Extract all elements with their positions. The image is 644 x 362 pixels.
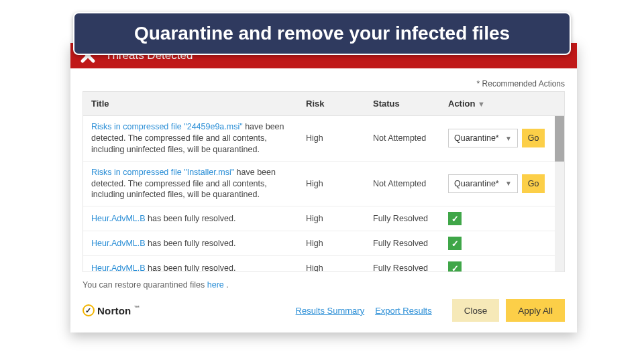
risk-cell: High (306, 179, 373, 188)
threat-title-cell: Risks in compressed file "24459e9a.msi" … (91, 121, 306, 156)
results-summary-link[interactable]: Results Summary (296, 306, 365, 316)
threat-description: has been fully resolved. (146, 214, 236, 223)
dialog-body: * Recommended Actions Title Risk Status … (70, 68, 577, 333)
col-header-title[interactable]: Title (91, 99, 306, 109)
table-row: Risks in compressed file "Installer.msi"… (83, 162, 564, 207)
status-cell: Fully Resolved (373, 214, 448, 223)
status-cell: Not Attempted (373, 179, 448, 188)
risk-cell: High (306, 214, 373, 223)
footer-links: Results Summary Export Results (296, 306, 432, 316)
restore-here-link[interactable]: here (207, 280, 224, 290)
table-row: Heur.AdvML.B has been fully resolved.Hig… (83, 231, 564, 256)
threat-link[interactable]: Heur.AdvML.B (91, 263, 146, 272)
resolved-check-icon: ✓ (448, 212, 462, 225)
status-cell: Not Attempted (373, 133, 448, 143)
table-row: Heur.AdvML.B has been fully resolved.Hig… (83, 206, 564, 231)
go-button[interactable]: Go (522, 174, 545, 193)
col-header-risk[interactable]: Risk (306, 99, 373, 109)
threat-link[interactable]: Heur.AdvML.B (91, 239, 146, 248)
threat-description: has been fully resolved. (146, 239, 236, 248)
table-row: Heur.AdvML.B has been fully resolved.Hig… (83, 256, 564, 272)
threat-description: has been fully resolved. (146, 263, 236, 272)
action-select[interactable]: Quarantine*▼ (448, 174, 518, 193)
col-header-action[interactable]: Action ▼ (448, 99, 556, 109)
action-cell: ✓ (448, 261, 556, 272)
go-button[interactable]: Go (522, 129, 545, 147)
chevron-down-icon: ▼ (505, 135, 512, 142)
threat-title-cell: Heur.AdvML.B has been fully resolved. (91, 213, 306, 225)
threats-dialog: Threats Detected * Recommended Actions T… (70, 43, 577, 333)
table-body: Risks in compressed file "24459e9a.msi" … (83, 116, 564, 272)
recommended-note: * Recommended Actions (83, 79, 565, 88)
scrollbar-thumb[interactable] (555, 116, 564, 162)
threat-link[interactable]: Risks in compressed file "Installer.msi" (91, 168, 234, 177)
norton-logo: ✓ Norton ™ (83, 304, 140, 316)
threat-title-cell: Heur.AdvML.B has been fully resolved. (91, 238, 306, 249)
risk-cell: High (306, 263, 373, 272)
action-cell: ✓ (448, 237, 556, 250)
action-cell: Quarantine*▼Go (448, 129, 556, 147)
chevron-down-icon: ▼ (505, 180, 512, 187)
brand-name: Norton (97, 305, 131, 316)
apply-all-button[interactable]: Apply All (506, 299, 565, 322)
table-row: Risks in compressed file "24459e9a.msi" … (83, 116, 564, 162)
chevron-down-icon[interactable]: ▼ (478, 100, 485, 108)
threat-link[interactable]: Risks in compressed file "24459e9a.msi" (91, 122, 243, 131)
norton-check-icon: ✓ (83, 304, 95, 316)
threat-link[interactable]: Heur.AdvML.B (91, 214, 146, 223)
resolved-check-icon: ✓ (448, 237, 462, 250)
risk-cell: High (306, 239, 373, 248)
status-cell: Fully Resolved (373, 239, 448, 248)
risk-cell: High (306, 133, 373, 143)
action-cell: Quarantine*▼Go (448, 174, 556, 193)
trademark-icon: ™ (133, 304, 140, 311)
col-header-status[interactable]: Status (373, 99, 448, 109)
action-select[interactable]: Quarantine*▼ (448, 129, 518, 147)
status-cell: Fully Resolved (373, 263, 448, 272)
dialog-footer: ✓ Norton ™ Results Summary Export Result… (83, 296, 565, 322)
table-header: Title Risk Status Action ▼ (83, 92, 564, 116)
instruction-text: Quarantine and remove your infected file… (134, 23, 510, 44)
threat-title-cell: Risks in compressed file "Installer.msi"… (91, 167, 306, 201)
export-results-link[interactable]: Export Results (375, 306, 432, 316)
close-button[interactable]: Close (452, 299, 500, 322)
threat-title-cell: Heur.AdvML.B has been fully resolved. (91, 263, 306, 272)
instruction-banner: Quarantine and remove your infected file… (73, 12, 571, 55)
threats-table: Title Risk Status Action ▼ Risks in comp… (83, 91, 565, 272)
restore-hint: You can restore quarantined files here . (83, 280, 565, 290)
action-cell: ✓ (448, 212, 556, 225)
resolved-check-icon: ✓ (448, 261, 462, 272)
